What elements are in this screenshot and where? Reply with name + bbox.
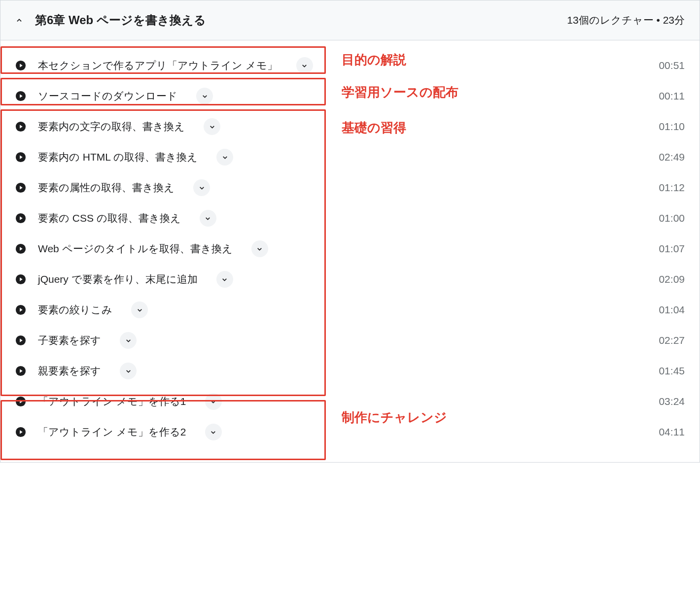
chevron-down-icon[interactable] (205, 424, 222, 440)
play-icon (15, 396, 26, 407)
lecture-row[interactable]: 「アウトライン メモ」を作る2 04:11 (15, 417, 685, 447)
section-header-left: 第6章 Web ページを書き換える (15, 12, 206, 28)
chevron-down-icon[interactable] (196, 88, 213, 104)
lecture-row[interactable]: jQuery で要素を作り、末尾に追加 02:09 (15, 264, 685, 295)
play-icon (15, 335, 26, 346)
chevron-down-icon[interactable] (205, 393, 222, 410)
section-title: 第6章 Web ページを書き換える (35, 12, 206, 28)
lecture-title: 要素の属性の取得、書き換え (38, 181, 175, 195)
course-section-container: 第6章 Web ページを書き換える 13個のレクチャー • 23分 本セクション… (0, 0, 700, 463)
lecture-title: ソースコードのダウンロード (38, 89, 177, 103)
lecture-row[interactable]: Web ページのタイトルを取得、書き換え 01:07 (15, 234, 685, 264)
play-icon (15, 243, 26, 254)
lecture-duration: 03:24 (659, 396, 685, 407)
lecture-row[interactable]: ソースコードのダウンロード 00:11 (15, 81, 685, 111)
chevron-down-icon[interactable] (120, 363, 137, 379)
lecture-title: 「アウトライン メモ」を作る2 (38, 425, 186, 439)
chevron-down-icon[interactable] (296, 57, 313, 74)
lecture-row[interactable]: 「アウトライン メモ」を作る1 03:24 (15, 386, 685, 417)
play-icon (15, 427, 26, 437)
section-meta: 13個のレクチャー • 23分 (567, 13, 685, 27)
chevron-down-icon[interactable] (193, 179, 210, 196)
chevron-down-icon[interactable] (204, 118, 220, 135)
play-icon (15, 274, 26, 285)
play-icon (15, 60, 26, 71)
play-icon (15, 182, 26, 193)
play-icon (15, 304, 26, 315)
lecture-duration: 01:07 (659, 243, 685, 255)
chevron-down-icon[interactable] (216, 149, 233, 166)
lecture-title: 要素の絞りこみ (38, 303, 112, 317)
lecture-title: jQuery で要素を作り、末尾に追加 (38, 272, 198, 286)
lecture-duration: 01:10 (659, 121, 685, 133)
lecture-title: 要素内の文字の取得、書き換え (38, 120, 185, 134)
lecture-title: 要素の CSS の取得、書き換え (38, 211, 181, 225)
lecture-duration: 01:45 (659, 365, 685, 377)
lecture-duration: 02:27 (659, 334, 685, 346)
chevron-up-icon (15, 16, 23, 24)
play-icon (15, 366, 26, 376)
lecture-duration: 01:12 (659, 182, 685, 194)
chevron-down-icon[interactable] (120, 332, 137, 349)
lecture-row[interactable]: 要素の絞りこみ 01:04 (15, 295, 685, 325)
play-icon (15, 213, 26, 224)
play-icon (15, 121, 26, 132)
lecture-title: 本セクションで作るアプリ「アウトライン メモ」 (38, 59, 278, 72)
lecture-duration: 00:11 (659, 90, 685, 102)
lecture-title: 親要素を探す (38, 364, 101, 378)
chevron-down-icon[interactable] (216, 271, 233, 288)
play-icon (15, 91, 26, 101)
chevron-down-icon[interactable] (200, 210, 216, 227)
lecture-title: Web ページのタイトルを取得、書き換え (38, 242, 233, 256)
section-header[interactable]: 第6章 Web ページを書き換える 13個のレクチャー • 23分 (0, 0, 700, 40)
lecture-duration: 01:04 (659, 304, 685, 316)
lecture-row[interactable]: 要素の CSS の取得、書き換え 01:00 (15, 203, 685, 234)
lecture-duration: 02:09 (659, 273, 685, 285)
lecture-title: 要素内の HTML の取得、書き換え (38, 150, 198, 164)
play-icon (15, 152, 26, 163)
lecture-duration: 02:49 (659, 151, 685, 163)
lecture-row[interactable]: 本セクションで作るアプリ「アウトライン メモ」 00:51 (15, 50, 685, 81)
lecture-duration: 00:51 (659, 60, 685, 71)
lecture-row[interactable]: 要素の属性の取得、書き換え 01:12 (15, 172, 685, 203)
lecture-row[interactable]: 要素内の HTML の取得、書き換え 02:49 (15, 142, 685, 172)
lecture-title: 「アウトライン メモ」を作る1 (38, 395, 186, 408)
lecture-row[interactable]: 要素内の文字の取得、書き換え 01:10 (15, 111, 685, 142)
lecture-row[interactable]: 親要素を探す 01:45 (15, 356, 685, 386)
chevron-down-icon[interactable] (131, 301, 148, 318)
chevron-down-icon[interactable] (251, 240, 268, 257)
lecture-title: 子要素を探す (38, 334, 101, 347)
lecture-duration: 04:11 (659, 426, 685, 438)
section-body: 本セクションで作るアプリ「アウトライン メモ」 00:51 ソースコードのダウン… (0, 40, 700, 462)
lecture-duration: 01:00 (659, 212, 685, 224)
lectures-list: 本セクションで作るアプリ「アウトライン メモ」 00:51 ソースコードのダウン… (15, 50, 685, 447)
lecture-row[interactable]: 子要素を探す 02:27 (15, 325, 685, 356)
